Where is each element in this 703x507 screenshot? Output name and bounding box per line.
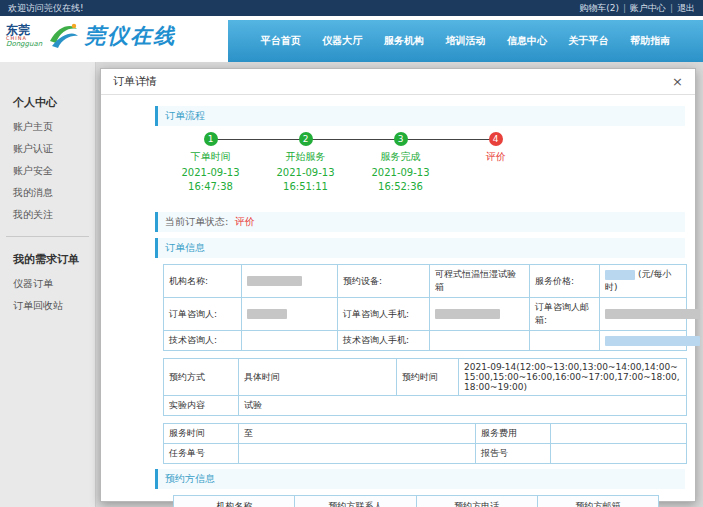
booking-mode-value: 具体时间: [239, 359, 397, 396]
task-no-value: [239, 444, 476, 464]
service-time-label: 服务时间: [164, 424, 239, 444]
section-reserve-info: 预约方信息: [155, 469, 685, 489]
nav-item-service-orgs[interactable]: 服务机构: [384, 34, 424, 48]
redacted-value: [605, 270, 635, 280]
sidebar-item-order-recycle[interactable]: 订单回收站: [0, 295, 95, 317]
reserve-table: 机构名称 预约方联系人 预约方电话 预约方邮箱: [173, 495, 659, 507]
order-info-table: 机构名称: 预约设备: 可程式恒温恒湿试验箱 服务价格: (元/每小时) 订单咨…: [163, 264, 687, 351]
logout-link[interactable]: 退出: [677, 3, 695, 13]
consult-phone-value: [430, 298, 530, 331]
flow-step-placed: 1 下单时间 2021-09-13 16:47:38: [163, 132, 258, 192]
site-name: 莞仪在线: [84, 22, 176, 50]
price-value: (元/每小时): [600, 265, 687, 298]
reserve-col-mail: 预约方邮箱: [537, 496, 658, 507]
tech-mail-value: [600, 331, 687, 351]
order-status-label: 当前订单状态:: [165, 216, 228, 227]
topbar: 欢迎访问莞仪在线! 购物车(2)|账户中心|退出: [0, 0, 703, 16]
sidebar-item-instrument-orders[interactable]: 仪器订单: [0, 273, 95, 295]
report-no-label: 报告号: [476, 444, 551, 464]
task-no-label: 任务单号: [164, 444, 239, 464]
nav-item-about[interactable]: 关于平台: [569, 34, 609, 48]
sidebar-section-personal: 个人中心: [0, 90, 95, 116]
content-area: 个人中心 账户主页 账户认证 账户安全 我的消息 我的关注 我的需求订单 仪器订…: [0, 62, 703, 507]
org-name-label: 机构名称:: [164, 265, 242, 298]
report-no-value: [551, 444, 687, 464]
consult-phone-label: 订单咨询人手机:: [338, 298, 430, 331]
tech-label: 技术咨询人:: [164, 331, 242, 351]
nav-item-help[interactable]: 帮助指南: [630, 34, 670, 48]
cart-link[interactable]: 购物车(2): [579, 3, 619, 13]
modal-body: 订单流程 1 下单时间 2021-09-13 16:47:38 2 开始服务 2…: [101, 95, 695, 507]
org-name-value: [242, 265, 338, 298]
close-icon[interactable]: ×: [672, 75, 683, 88]
step-circle-4: 4: [489, 132, 503, 146]
sidebar-item-account-home[interactable]: 账户主页: [0, 116, 95, 138]
step-circle-1: 1: [204, 132, 218, 146]
service-fee-value: [551, 424, 687, 444]
service-table: 服务时间 至 服务费用 任务单号 报告号: [163, 423, 687, 464]
redacted-value: [435, 309, 500, 319]
consult-mail-label: 订单咨询人邮箱:: [530, 298, 600, 331]
modal-title: 订单详情: [113, 74, 157, 89]
reserve-col-org: 机构名称: [174, 496, 295, 507]
redacted-value: [247, 309, 287, 319]
nav-item-instruments[interactable]: 仪器大厅: [322, 34, 362, 48]
booking-time-label: 预约时间: [397, 359, 459, 396]
section-order-flow: 订单流程: [155, 106, 685, 126]
consult-value: [242, 298, 338, 331]
topbar-links: 购物车(2)|账户中心|退出: [579, 2, 695, 15]
nav-item-home[interactable]: 平台首页: [261, 34, 301, 48]
header: 东莞 CHINA Dongguan 莞仪在线 平台首页 仪器大厅 服务机构 培训…: [0, 16, 703, 62]
flow-step-review: 4 评价: [448, 132, 543, 192]
step-circle-2: 2: [299, 132, 313, 146]
redacted-value: [605, 336, 700, 346]
redacted-value: [605, 309, 700, 319]
flow-step-started: 2 开始服务 2021-09-13 16:51:11: [258, 132, 353, 192]
price-label: 服务价格:: [530, 265, 600, 298]
sidebar: 个人中心 账户主页 账户认证 账户安全 我的消息 我的关注 我的需求订单 仪器订…: [0, 62, 96, 507]
main-nav: 平台首页 仪器大厅 服务机构 培训活动 信息中心 关于平台 帮助指南: [228, 20, 703, 62]
service-time-value: 至: [239, 424, 476, 444]
tech-value: [242, 331, 338, 351]
welcome-text: 欢迎访问莞仪在线!: [8, 2, 84, 15]
consult-label: 订单咨询人:: [164, 298, 242, 331]
nav-item-news[interactable]: 信息中心: [507, 34, 547, 48]
nav-item-training[interactable]: 培训活动: [445, 34, 485, 48]
order-flow: 1 下单时间 2021-09-13 16:47:38 2 开始服务 2021-0…: [163, 132, 563, 206]
order-status: 当前订单状态: 评价: [155, 212, 685, 232]
device-value: 可程式恒温恒湿试验箱: [430, 265, 530, 298]
service-fee-label: 服务费用: [476, 424, 551, 444]
brand-en: Dongguan: [6, 41, 42, 48]
sidebar-item-account-security[interactable]: 账户安全: [0, 160, 95, 182]
order-detail-modal: 订单详情 × 订单流程 1 下单时间 2021-09-13 16:47:38 2…: [100, 68, 696, 502]
booking-table: 预约方式 具体时间 预约时间 2021-09-14(12:00~13:00,13…: [163, 358, 687, 416]
site-logo[interactable]: 东莞 CHINA Dongguan 莞仪在线: [6, 19, 176, 53]
sidebar-item-messages[interactable]: 我的消息: [0, 182, 95, 204]
flow-step-completed: 3 服务完成 2021-09-13 16:52:36: [353, 132, 448, 192]
booking-time-value: 2021-09-14(12:00~13:00,13:00~14:00,14:00…: [459, 359, 687, 396]
reserve-col-phone: 预约方电话: [416, 496, 537, 507]
sidebar-item-follows[interactable]: 我的关注: [0, 204, 95, 226]
logo-swoosh-icon: [46, 19, 80, 53]
sidebar-section-orders: 我的需求订单: [0, 247, 95, 273]
step-circle-3: 3: [394, 132, 408, 146]
section-order-info: 订单信息: [155, 238, 685, 258]
consult-mail-value: [600, 298, 687, 331]
tech-phone-label: 技术咨询人手机:: [338, 331, 430, 351]
tech-phone-value: [430, 331, 530, 351]
account-center-link[interactable]: 账户中心: [630, 3, 666, 13]
device-label: 预约设备:: [338, 265, 430, 298]
order-status-value: 评价: [235, 216, 255, 227]
reserve-col-contact: 预约方联系人: [295, 496, 416, 507]
booking-mode-label: 预约方式: [164, 359, 239, 396]
sidebar-divider: [6, 236, 89, 237]
sidebar-item-account-auth[interactable]: 账户认证: [0, 138, 95, 160]
redacted-value: [247, 276, 302, 286]
experiment-value: 试验: [239, 396, 687, 416]
modal-header: 订单详情 ×: [101, 69, 695, 95]
experiment-label: 实验内容: [164, 396, 239, 416]
